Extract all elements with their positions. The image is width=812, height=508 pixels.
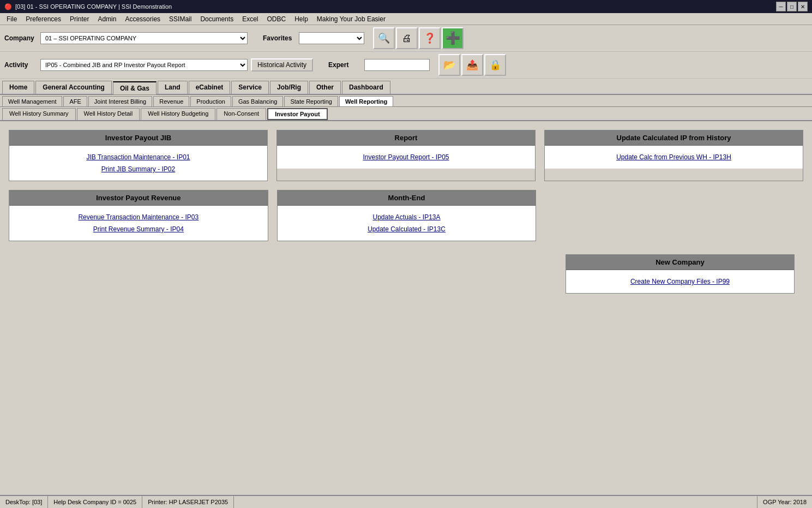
panel-report-header: Report	[277, 130, 535, 146]
company-section: Company 01 – SSI OPERATING COMPANY	[4, 32, 248, 44]
link-ip13a[interactable]: Update Actuals - IP13A	[283, 211, 531, 223]
link-ip03[interactable]: Revenue Transaction Maintenance - IP03	[15, 211, 262, 223]
subtab-revenue[interactable]: Revenue	[153, 96, 189, 106]
subtab-state-reporting[interactable]: State Reporting	[284, 96, 338, 106]
panel-update-header: Update Calculated IP from History	[545, 130, 803, 146]
company-combo[interactable]: 01 – SSI OPERATING COMPANY	[40, 32, 248, 44]
favorites-combo[interactable]	[299, 32, 364, 44]
expert-label: Expert	[328, 61, 361, 69]
panel-month-end-header: Month-End	[278, 190, 536, 206]
panel-revenue-header: Investor Payout Revenue	[9, 190, 268, 206]
panel-new-company-body: Create New Company Files - IP99	[566, 270, 794, 293]
subtab2-investor-payout[interactable]: Investor Payout	[267, 108, 328, 120]
sub-tabs-row2: Well History Summary Well History Detail…	[0, 107, 812, 121]
subtab2-non-consent[interactable]: Non-Consent	[216, 108, 266, 120]
close-button[interactable]: ✕	[798, 2, 808, 11]
expert-input[interactable]	[364, 59, 430, 71]
menu-documents[interactable]: Documents	[196, 14, 238, 24]
link-ip01[interactable]: JIB Transaction Maintenance - IP01	[15, 151, 262, 163]
link-ip13c[interactable]: Update Calculated - IP13C	[283, 223, 531, 235]
tab-dashboard[interactable]: Dashboard	[342, 81, 390, 94]
menu-odbc[interactable]: ODBC	[262, 14, 290, 24]
menu-admin[interactable]: Admin	[93, 14, 121, 24]
panels-row2: Investor Payout Revenue Revenue Transact…	[9, 190, 803, 241]
panel-report-body: Investor Payout Report - IP05	[277, 146, 535, 169]
title-bar: 🔴 [03] 01 - SSI OPERATING COMPANY | SSI …	[0, 0, 812, 13]
panel-jib-body: JIB Transaction Maintenance - IP01 Print…	[9, 146, 267, 181]
tab-home[interactable]: Home	[2, 81, 34, 94]
new-company-area: New Company Create New Company Files - I…	[9, 250, 803, 298]
empty-panel-slot	[545, 190, 803, 241]
tab-other[interactable]: Other	[309, 81, 341, 94]
menu-accessories[interactable]: Accessories	[121, 14, 165, 24]
panel-jib-header: Investor Payout JIB	[9, 130, 267, 146]
favorites-section: Favorites	[263, 32, 364, 44]
menu-ssimail[interactable]: SSIMail	[165, 14, 196, 24]
link-ip13h[interactable]: Update Calc from Previous WH - IP13H	[550, 151, 797, 163]
subtab-well-reporting[interactable]: Well Reporting	[339, 96, 393, 106]
toolbar-row1: Company 01 – SSI OPERATING COMPANY Favor…	[0, 25, 812, 52]
favorites-label: Favorites	[263, 34, 296, 42]
export-button[interactable]: 📤	[461, 54, 483, 76]
tab-general-accounting[interactable]: General Accounting	[35, 81, 112, 94]
subtab-well-management[interactable]: Well Management	[2, 96, 62, 106]
subtab-afe[interactable]: AFE	[63, 96, 87, 106]
print-button[interactable]: 🖨	[396, 27, 418, 49]
panel-update-body: Update Calc from Previous WH - IP13H	[545, 146, 803, 169]
subtab-production[interactable]: Production	[190, 96, 231, 106]
panel-new-company: New Company Create New Company Files - I…	[566, 254, 795, 294]
add-button[interactable]: ➕	[442, 27, 464, 49]
panel-report: Report Investor Payout Report - IP05	[276, 130, 536, 181]
subtab2-well-history-budgeting[interactable]: Well History Budgeting	[141, 108, 215, 120]
link-ip99[interactable]: Create New Company Files - IP99	[572, 276, 789, 288]
expert-section: Expert	[328, 59, 430, 71]
menu-job-easier[interactable]: Making Your Job Easier	[312, 14, 390, 24]
content-area: Investor Payout JIB JIB Transaction Main…	[0, 121, 812, 307]
panel-investor-payout-revenue: Investor Payout Revenue Revenue Transact…	[9, 190, 268, 241]
subtab-gas-balancing[interactable]: Gas Balancing	[232, 96, 284, 106]
panel-month-end-body: Update Actuals - IP13A Update Calculated…	[278, 206, 536, 241]
tab-service[interactable]: Service	[231, 81, 269, 94]
panel-revenue-body: Revenue Transaction Maintenance - IP03 P…	[9, 206, 268, 241]
secure-button[interactable]: 🔒	[484, 54, 506, 76]
link-ip02[interactable]: Print JIB Summary - IP02	[15, 163, 262, 175]
tab-oil-gas[interactable]: Oil & Gas	[113, 81, 157, 94]
panel-month-end: Month-End Update Actuals - IP13A Update …	[277, 190, 537, 241]
menu-file[interactable]: File	[2, 14, 21, 24]
menu-excel[interactable]: Excel	[238, 14, 262, 24]
folder-button[interactable]: 📂	[438, 54, 460, 76]
menu-bar: File Preferences Printer Admin Accessori…	[0, 13, 812, 25]
link-ip05[interactable]: Investor Payout Report - IP05	[282, 151, 530, 163]
toolbar-row2: Activity IP05 - Combined JIB and RP Inve…	[0, 52, 812, 79]
subtab-jib[interactable]: Joint Interest Billing	[88, 96, 152, 106]
panel-investor-payout-jib: Investor Payout JIB JIB Transaction Main…	[9, 130, 268, 181]
sub-tabs-row1: Well Management AFE Joint Interest Billi…	[0, 95, 812, 107]
panels-row1: Investor Payout JIB JIB Transaction Main…	[9, 130, 803, 181]
activity-combo[interactable]: IP05 - Combined JIB and RP Investor Payo…	[40, 59, 248, 71]
tab-job-rig[interactable]: Job/Rig	[270, 81, 308, 94]
main-tabs: Home General Accounting Oil & Gas Land e…	[0, 79, 812, 95]
menu-help[interactable]: Help	[290, 14, 312, 24]
icon-buttons-top: 🔍 🖨 ❓ ➕	[373, 27, 464, 49]
subtab2-well-history-detail[interactable]: Well History Detail	[77, 108, 140, 120]
tab-land[interactable]: Land	[158, 81, 188, 94]
minimize-button[interactable]: ─	[776, 2, 786, 11]
title-text: [03] 01 - SSI OPERATING COMPANY | SSI De…	[15, 3, 172, 10]
window-controls: ─ □ ✕	[776, 2, 808, 11]
tab-ecabinet[interactable]: eCabinet	[189, 81, 231, 94]
historical-activity-button[interactable]: Historical Activity	[251, 58, 313, 71]
menu-printer[interactable]: Printer	[65, 14, 93, 24]
menu-preferences[interactable]: Preferences	[21, 14, 65, 24]
activity-label: Activity	[4, 61, 37, 69]
icon-buttons-bottom: 📂 📤 🔒	[438, 54, 506, 76]
link-ip04[interactable]: Print Revenue Summary - IP04	[15, 223, 262, 235]
help-button[interactable]: ❓	[419, 27, 441, 49]
company-label: Company	[4, 34, 37, 42]
subtab2-well-history-summary[interactable]: Well History Summary	[2, 108, 76, 120]
maximize-button[interactable]: □	[787, 2, 797, 11]
panel-update-calc: Update Calculated IP from History Update…	[544, 130, 803, 181]
search-button[interactable]: 🔍	[373, 27, 395, 49]
app-icon: 🔴	[4, 3, 12, 10]
panel-new-company-header: New Company	[566, 255, 794, 270]
activity-section: Activity IP05 - Combined JIB and RP Inve…	[4, 58, 313, 71]
